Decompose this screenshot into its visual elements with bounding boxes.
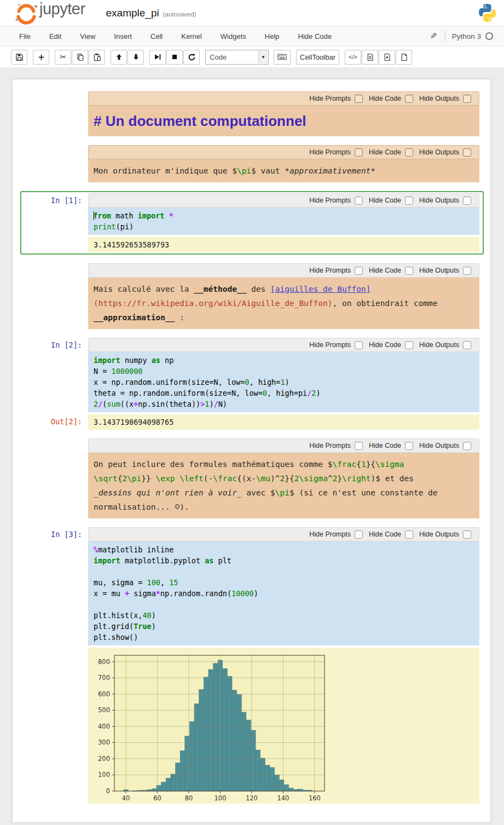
cell-code-1[interactable]: In [1]:Hide PromptsHide CodeHide Outputs… [20,191,484,255]
hide-code-checkbox[interactable] [405,148,413,157]
cell-type-select[interactable]: Code ▼ [205,50,269,65]
output-prompt: Out[2]: [13,414,82,426]
hide-code-label: Hide Code [369,148,401,156]
interrupt-kernel-button[interactable] [166,50,183,65]
hide-outputs-checkbox[interactable] [463,442,471,450]
svg-text:40: 40 [122,794,130,802]
cell-md-title[interactable]: Hide PromptsHide CodeHide Outputs# Un do… [13,91,479,136]
svg-text:500: 500 [98,706,110,714]
cell-main: Hide PromptsHide CodeHide OutputsMon ord… [88,145,479,182]
hide-prompts-checkbox[interactable] [355,95,363,103]
hide-prompts-checkbox[interactable] [355,442,363,450]
menu-item-view[interactable]: View [71,32,105,41]
menu-items: FileEditViewInsertCellKernelWidgetsHelpH… [11,32,341,41]
hide-code-checkbox[interactable] [405,267,413,275]
hide-prompts-label: Hide Prompts [309,197,351,204]
document-lines-icon [367,53,374,61]
copy-cells-button[interactable] [72,50,88,65]
code-editor[interactable]: %matplotlib inlineimport matplotlib.pypl… [88,541,479,645]
hide-code-checkbox[interactable] [405,197,413,205]
restart-icon [188,53,196,61]
menu-item-widgets[interactable]: Widgets [211,32,256,41]
code-editor[interactable]: import numpy as npN = 1000000x = np.rand… [88,352,479,412]
paste-cells-button[interactable] [89,50,105,65]
pdf-export-icon [384,53,391,61]
run-icon [154,53,161,61]
hide-code-label: Hide Code [369,341,401,349]
hide-code-checkbox[interactable] [405,442,413,450]
notebook-title[interactable]: example_pi [106,7,159,19]
svg-text:400: 400 [98,723,110,730]
hide-code-label: Hide Code [369,530,401,538]
hide-prompts-checkbox[interactable] [355,197,363,205]
python-logo-icon [477,3,497,23]
code-prettify-button[interactable]: </> [345,50,361,65]
scissors-icon: ✂ [60,53,66,61]
cell-md-intro[interactable]: Hide PromptsHide CodeHide OutputsMon ord… [13,145,479,182]
hide-outputs-checkbox[interactable] [463,530,471,539]
move-cell-down-button[interactable] [128,50,144,65]
hide-outputs-label: Hide Outputs [419,95,459,102]
hide-outputs-checkbox[interactable] [463,341,471,349]
markdown-source[interactable]: On peut inclure des formules mathématiqu… [88,453,479,518]
export-document-button[interactable] [362,50,378,65]
menu-item-edit[interactable]: Edit [40,32,71,41]
blank-page-icon [401,53,408,61]
save-button[interactable] [11,50,27,65]
hide-prompts-checkbox[interactable] [355,267,363,275]
prompt-column: In [2]: [13,338,88,412]
cell-md-buffon[interactable]: Hide PromptsHide CodeHide OutputsMais ca… [13,263,479,329]
code-editor[interactable]: from math import *print(pi) [88,207,479,235]
title-section: example_pi (autosaved) [106,7,196,19]
command-palette-button[interactable] [274,50,291,65]
markdown-source[interactable]: Mon ordinateur m'indique que $\pi$ vaut … [88,159,479,182]
code-prettify-icon: </> [349,54,357,60]
menu-item-cell[interactable]: Cell [141,32,172,41]
run-cell-button[interactable] [149,50,166,65]
cell-code-2[interactable]: In [2]:Hide PromptsHide CodeHide Outputs… [13,338,479,430]
hide-prompts-checkbox[interactable] [355,148,363,157]
svg-text:200: 200 [98,755,110,763]
menu-item-hide-code[interactable]: Hide Code [289,32,341,41]
celltoolbar-label: CellToolbar [300,53,335,61]
markdown-source[interactable]: # Un document computationnel [88,106,479,136]
menu-item-kernel[interactable]: Kernel [172,32,211,41]
svg-text:700: 700 [98,674,110,682]
hide-outputs-checkbox[interactable] [463,148,471,157]
jupyter-logo[interactable]: jupyter [14,0,85,26]
cell-md-formules[interactable]: Hide PromptsHide CodeHide OutputsOn peut… [13,439,479,518]
cut-cells-button[interactable]: ✂ [55,50,71,65]
svg-text:80: 80 [185,794,193,802]
cell-code-3[interactable]: In [3]:Hide PromptsHide CodeHide Outputs… [13,527,479,804]
hide-outputs-label: Hide Outputs [419,530,459,538]
output-area: 3.141592653589793 [88,237,479,252]
move-cell-up-button[interactable] [111,50,127,65]
insert-cell-button[interactable] [33,50,49,65]
hide-outputs-checkbox[interactable] [463,197,471,205]
hide-outputs-checkbox[interactable] [463,95,471,103]
restart-kernel-button[interactable] [183,50,200,65]
markdown-source[interactable]: Mais calculé avec la __méthode__ des [ai… [88,278,479,329]
export-pdf-button[interactable] [379,50,395,65]
new-page-button[interactable] [396,50,412,65]
copy-icon [76,53,84,61]
menu-item-file[interactable]: File [11,32,40,41]
hide-code-checkbox[interactable] [405,341,413,349]
toolbar: ✂ [0,47,504,68]
hide-code-checkbox[interactable] [405,530,413,539]
menu-item-help[interactable]: Help [256,32,289,41]
celltoolbar-button[interactable]: CellToolbar [296,50,339,65]
kernel-idle-icon [485,32,493,40]
hide-prompts-checkbox[interactable] [355,530,363,539]
menu-item-insert[interactable]: Insert [105,32,141,41]
plus-icon [38,54,45,61]
hide-code-checkbox[interactable] [405,95,413,103]
hide-prompts-checkbox[interactable] [355,341,363,349]
svg-text:140: 140 [277,794,289,802]
prompt-column [21,237,88,252]
hide-outputs-checkbox[interactable] [463,267,471,275]
autosave-status: (autosaved) [163,11,196,18]
cell-main: 3.141592653589793 [88,237,479,252]
edit-mode-pencil-icon: ✎ [430,31,437,41]
keyboard-icon [277,53,287,61]
